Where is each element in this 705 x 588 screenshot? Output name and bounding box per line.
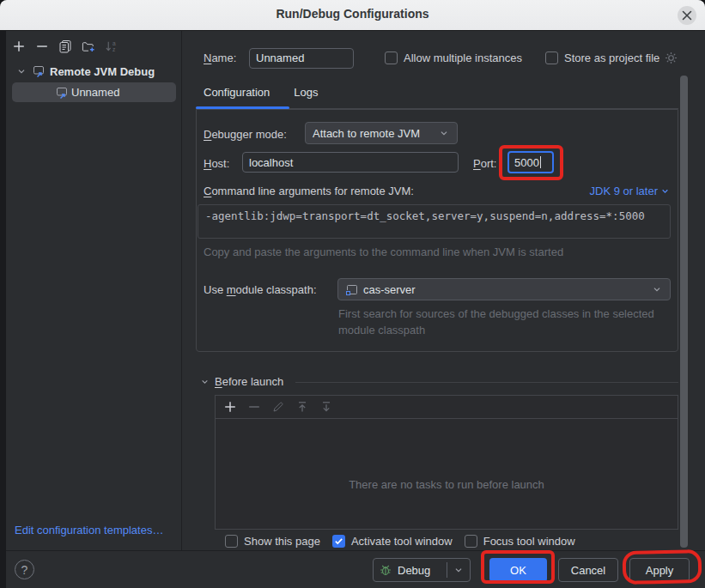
module-hint-text: First search for sources of the debugged… (338, 306, 665, 339)
section-divider (295, 382, 678, 383)
tree-item-remote-jvm-debug[interactable]: Remote JVM Debug (6, 62, 181, 81)
chevron-down-icon (199, 376, 210, 387)
port-label: Port: (473, 157, 496, 170)
module-classpath-label: Use module classpath: (204, 283, 317, 296)
add-task-button[interactable] (223, 400, 237, 414)
before-launch-section-header[interactable]: Before launch (199, 375, 283, 388)
chevron-down-icon[interactable] (15, 65, 27, 77)
check-icon (334, 536, 343, 546)
new-folder-button[interactable] (82, 39, 95, 53)
page-options-row: Show this page Activate tool window Focu… (225, 535, 575, 548)
debug-split-button[interactable]: Debug (373, 558, 471, 582)
titlebar: Run/Debug Configurations (0, 0, 705, 31)
edit-task-button[interactable] (271, 400, 285, 414)
allow-multiple-instances-checkbox[interactable] (385, 52, 398, 64)
tree-item-label: Unnamed (71, 86, 119, 99)
focus-tool-window-checkbox[interactable] (465, 535, 477, 548)
show-this-page-checkbox[interactable] (225, 535, 238, 548)
gear-icon[interactable] (664, 51, 678, 65)
window-edge-strip (0, 31, 6, 588)
chevron-down-icon (438, 127, 450, 139)
chevron-down-icon (651, 283, 663, 295)
help-icon: ? (21, 563, 28, 577)
activate-tool-window-checkbox[interactable] (332, 535, 345, 548)
module-icon (345, 282, 359, 296)
help-button[interactable]: ? (15, 560, 34, 579)
debugger-mode-select[interactable]: Attach to remote JVM (305, 122, 458, 144)
tab-logs[interactable]: Logs (294, 86, 318, 99)
focus-tool-window-label: Focus tool window (483, 535, 575, 548)
command-line-args-label: Command line arguments for remote JVM: (204, 185, 414, 197)
name-input[interactable]: Unnamed (249, 48, 354, 69)
cancel-button[interactable]: Cancel (558, 558, 618, 582)
store-as-project-file-checkbox[interactable] (545, 52, 558, 64)
activate-tool-window-label: Activate tool window (351, 535, 453, 548)
host-input[interactable]: localhost (242, 152, 459, 173)
tree-item-label: Remote JVM Debug (50, 65, 155, 78)
bug-icon (379, 563, 392, 577)
args-hint-text: Copy and paste the arguments to the comm… (204, 246, 563, 258)
vertical-scrollbar[interactable] (680, 76, 688, 548)
empty-tasks-text: There are no tasks to run before launch (216, 478, 678, 491)
remote-debug-icon (55, 86, 69, 100)
configuration-editor: Name: Unnamed Allow multiple instances S… (183, 31, 705, 550)
configurations-sidebar: az Remote JVM Debug Unnamed Edit configu… (6, 31, 182, 550)
ok-button[interactable]: OK (489, 558, 547, 582)
remove-task-button[interactable] (247, 400, 261, 414)
text-caret (540, 156, 542, 168)
close-button[interactable] (678, 6, 696, 25)
port-input[interactable]: 5000 (507, 151, 554, 173)
before-launch-panel: There are no tasks to run before launch (215, 395, 678, 530)
apply-button[interactable]: Apply (629, 558, 690, 582)
svg-text:a: a (112, 40, 116, 46)
module-classpath-select[interactable]: cas-server (337, 278, 671, 300)
dialog-footer: ? Debug OK Cancel (0, 550, 705, 588)
name-label: Name: (204, 52, 249, 64)
before-launch-label: Before launch (215, 375, 283, 388)
edit-templates-link[interactable]: Edit configuration templates… (15, 524, 163, 536)
tab-bar: Configuration Logs (204, 86, 319, 99)
host-label: Host: (204, 157, 229, 170)
tree-item-unnamed[interactable]: Unnamed (12, 82, 176, 102)
sidebar-toolbar: az (6, 31, 181, 55)
active-tab-underline (196, 106, 289, 109)
sort-configurations-button[interactable]: az (105, 39, 119, 53)
debugger-mode-label: Debugger mode: (204, 128, 287, 141)
run-debug-configurations-dialog: Run/Debug Configurations az (0, 0, 705, 588)
chevron-down-icon[interactable] (453, 564, 465, 576)
chevron-down-icon (659, 185, 671, 197)
svg-text:z: z (112, 46, 115, 52)
allow-multiple-instances-label: Allow multiple instances (404, 52, 522, 64)
command-line-args-field[interactable]: -agentlib:jdwp=transport=dt_socket,serve… (198, 204, 671, 239)
tab-configuration[interactable]: Configuration (204, 86, 270, 99)
remove-configuration-button[interactable] (35, 39, 49, 53)
add-configuration-button[interactable] (12, 39, 26, 53)
button-divider (447, 562, 447, 578)
close-icon (682, 10, 692, 21)
jdk-version-link[interactable]: JDK 9 or later (590, 185, 671, 197)
show-this-page-label: Show this page (244, 535, 320, 548)
move-down-button[interactable] (319, 400, 333, 414)
move-up-button[interactable] (295, 400, 309, 414)
copy-configuration-button[interactable] (58, 39, 72, 53)
store-as-project-file-label: Store as project file (564, 52, 659, 64)
debug-button-label: Debug (398, 564, 430, 577)
remote-debug-icon (32, 64, 46, 78)
window-title: Run/Debug Configurations (0, 7, 705, 21)
before-launch-toolbar (216, 396, 678, 419)
